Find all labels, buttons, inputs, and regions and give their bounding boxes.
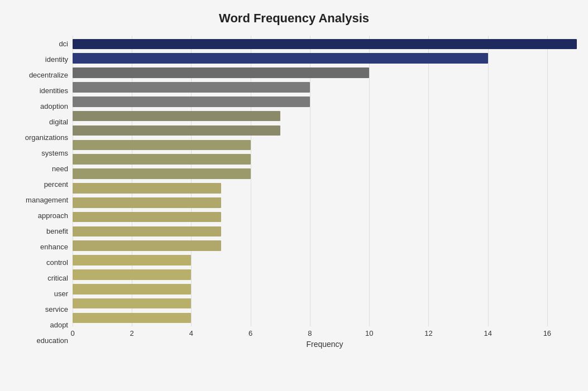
y-label: identity [45,56,68,63]
bar [73,82,310,93]
y-label: user [54,290,68,297]
y-label: systems [41,149,68,157]
bar [73,111,280,122]
y-label: organizations [25,134,68,141]
chart-container: Word Frequency Analysis dciidentitydecen… [0,0,588,391]
y-label: enhance [40,243,68,250]
bar-row [73,253,577,268]
bar-row [73,51,577,66]
x-axis-title: Frequency [73,340,577,349]
bar [73,96,310,107]
bar-row [73,296,577,311]
x-tick-label: 6 [248,329,252,337]
x-axis-bottom: 0246810121416 Frequency [73,326,577,349]
x-tick-label: 14 [484,329,491,337]
bar [73,313,191,324]
bar [73,168,251,179]
y-label: dci [59,40,68,47]
bar [73,284,191,295]
bar-row [73,224,577,239]
bar [73,125,280,136]
bar-row [73,109,577,123]
bar-row [73,66,577,80]
bar [73,269,191,280]
bar [73,53,488,64]
y-label: management [26,196,68,204]
y-axis-labels: dciidentitydecentralizeidentitiesadoptio… [11,36,73,349]
bar [73,240,221,251]
bar-row [73,152,577,167]
x-tick-label: 8 [308,329,312,337]
x-tick-label: 10 [365,329,373,337]
y-label: percent [44,181,68,188]
y-label: critical [47,274,68,282]
bar [73,154,251,165]
y-label: identities [40,87,68,94]
x-tick-label: 16 [543,329,551,337]
bar [73,39,577,50]
bar [73,183,221,194]
bar [73,67,369,78]
y-label: control [46,259,68,266]
x-tick-label: 0 [70,329,74,337]
bar [73,255,191,266]
y-label: decentralize [29,71,68,79]
y-label: approach [38,212,68,219]
bar-row [73,282,577,296]
y-label: benefit [46,228,68,235]
bar [73,226,221,237]
bar [73,212,221,223]
bar-row [73,210,577,224]
bar-row [73,181,577,195]
x-axis: 0246810121416 [73,326,577,337]
chart-title: Word Frequency Analysis [11,11,577,26]
y-label: digital [49,118,68,125]
bar [73,298,191,309]
chart-area: dciidentitydecentralizeidentitiesadoptio… [11,36,577,349]
y-label: education [37,337,68,344]
x-tick-label: 2 [130,329,134,337]
y-label: need [52,165,68,172]
y-label: adoption [40,103,68,110]
bar-row [73,311,577,325]
bar-row [73,94,577,109]
x-tick-label: 4 [189,329,193,337]
bar [73,140,251,151]
bars-inner [73,36,577,326]
bar-row [73,167,577,181]
x-tick-label: 12 [424,329,432,337]
bar-row [73,268,577,282]
bar-row [73,80,577,95]
bar-row [73,239,577,253]
bar-row [73,37,577,51]
y-label: service [45,306,68,313]
bar-row [73,138,577,152]
bar [73,197,221,208]
bars-area [73,36,577,326]
bars-and-xaxis: 0246810121416 Frequency [73,36,577,349]
bar-row [73,123,577,138]
bar-row [73,195,577,210]
y-label: adopt [50,321,68,329]
